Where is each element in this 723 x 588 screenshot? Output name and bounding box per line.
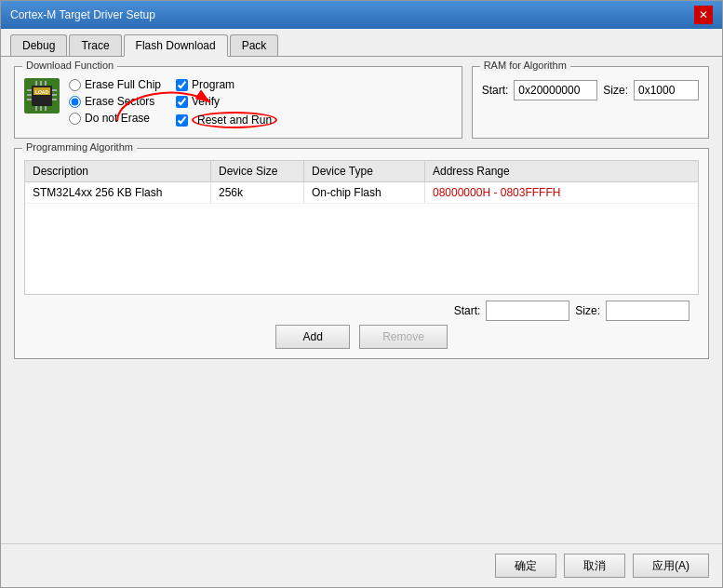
svg-rect-15 [45,106,47,111]
bottom-buttons: 确定 取消 应用(A) [1,543,722,587]
remove-button[interactable]: Remove [359,325,448,349]
svg-rect-6 [27,99,32,100]
download-function-group: Download Function LOAD [14,66,462,139]
svg-rect-14 [40,106,42,111]
top-row: Download Function LOAD [14,66,709,139]
verify-option[interactable]: Verify [176,95,277,108]
add-button[interactable]: Add [275,325,350,349]
svg-rect-4 [27,89,32,91]
do-not-erase-radio[interactable] [69,113,81,125]
reset-run-option[interactable]: Reset and Run [176,112,277,128]
ram-algorithm-title: RAM for Algorithm [480,60,570,71]
reset-run-checkbox[interactable] [176,114,188,127]
apply-button[interactable]: 应用(A) [633,554,709,578]
main-window: Cortex-M Target Driver Setup ✕ Debug Tra… [0,0,723,588]
erase-sectors-option[interactable]: Erase Sectors [69,95,161,108]
cell-device-type: On-chip Flash [304,182,425,203]
programming-algorithm-title: Programming Algorithm [22,141,137,153]
prog-start-label: Start: [454,304,481,317]
tab-bar: Debug Trace Flash Download Pack [1,29,722,57]
tab-pack[interactable]: Pack [230,34,279,56]
svg-text:LOAD: LOAD [35,89,49,95]
df-options: Erase Full Chip Erase Sectors Do not Era… [69,78,277,128]
tab-debug[interactable]: Debug [10,34,67,56]
do-not-erase-label: Do not Erase [85,112,150,125]
erase-full-chip-radio[interactable] [69,79,81,91]
prog-size-label: Size: [575,304,600,317]
col-device-type: Device Type [304,161,425,181]
reset-run-label: Reset and Run [192,112,277,128]
window-title: Cortex-M Target Driver Setup [10,8,155,21]
cell-address-range: 08000000H - 0803FFFFH [425,182,698,203]
ram-start-input[interactable] [514,80,597,100]
programming-algorithm-group: Programming Algorithm Description Device… [14,148,709,359]
tab-flash-download[interactable]: Flash Download [124,34,228,57]
tab-trace[interactable]: Trace [69,34,121,56]
ram-inner: Start: Size: [482,80,699,100]
program-checkbox[interactable] [176,79,188,91]
col-address-range: Address Range [425,161,698,181]
svg-rect-13 [35,106,37,111]
chip-icon: LOAD [24,78,60,114]
erase-sectors-label: Erase Sectors [85,95,154,108]
table-header: Description Device Size Device Type Addr… [25,161,698,182]
do-not-erase-option[interactable]: Do not Erase [69,112,161,125]
erase-sectors-radio[interactable] [69,96,81,108]
col-device-size: Device Size [211,161,304,181]
cell-device-size: 256k [211,182,304,203]
table-body: STM32L4xx 256 KB Flash 256k On-chip Flas… [25,182,698,294]
cell-description: STM32L4xx 256 KB Flash [25,182,211,203]
erase-full-chip-label: Erase Full Chip [85,78,161,91]
svg-rect-9 [52,99,57,100]
ok-button[interactable]: 确定 [495,554,556,578]
col-description: Description [25,161,211,181]
svg-rect-11 [40,81,42,86]
ram-algorithm-group: RAM for Algorithm Start: Size: [472,66,709,139]
table-row[interactable]: STM32L4xx 256 KB Flash 256k On-chip Flas… [25,182,698,204]
prog-start-input[interactable] [486,301,569,321]
ram-size-input[interactable] [634,80,699,100]
title-bar: Cortex-M Target Driver Setup ✕ [1,1,722,29]
cancel-button[interactable]: 取消 [564,554,625,578]
download-function-title: Download Function [22,60,117,71]
ram-start-label: Start: [482,84,509,97]
start-size-row: Start: Size: [24,301,699,321]
df-inner: LOAD [24,78,452,128]
svg-rect-10 [35,81,37,86]
verify-checkbox[interactable] [176,96,188,108]
svg-rect-8 [52,94,57,96]
algorithm-table: Description Device Size Device Type Addr… [24,160,699,295]
svg-rect-7 [52,89,57,91]
close-button[interactable]: ✕ [694,6,713,24]
main-content: Download Function LOAD [1,57,722,543]
svg-rect-12 [45,81,47,86]
df-check-col: Program Verify Reset and Run [176,78,277,128]
button-row: Add Remove [24,325,699,349]
svg-rect-5 [27,94,32,96]
prog-size-input[interactable] [606,301,690,321]
ram-size-label: Size: [603,84,628,97]
ram-start-row: Start: Size: [482,80,699,100]
verify-label: Verify [192,95,220,108]
program-option[interactable]: Program [176,78,277,91]
program-label: Program [192,78,234,91]
erase-full-chip-option[interactable]: Erase Full Chip [69,78,161,91]
df-radio-col: Erase Full Chip Erase Sectors Do not Era… [69,78,161,128]
